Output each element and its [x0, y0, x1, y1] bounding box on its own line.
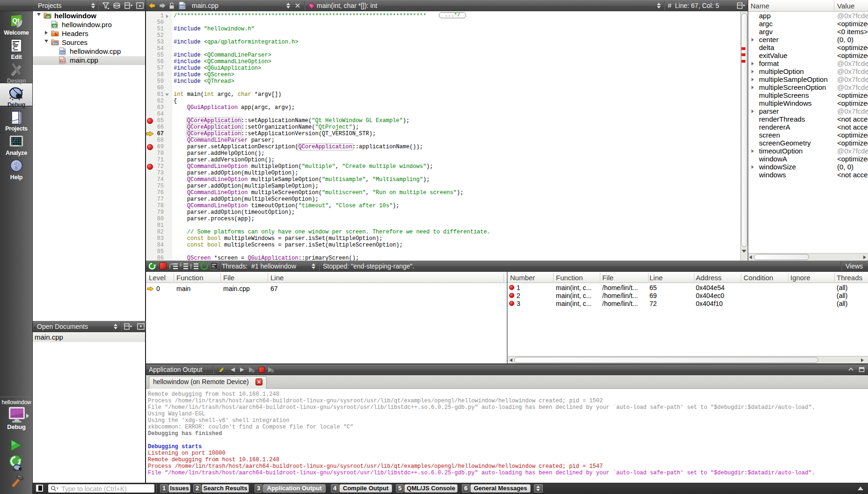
- svg-text:Qt: Qt: [53, 24, 57, 27]
- svg-text:?: ?: [14, 161, 19, 171]
- svg-text:C++: C++: [60, 51, 65, 54]
- svg-text:Qt: Qt: [46, 15, 50, 18]
- svg-text:C++: C++: [180, 5, 184, 8]
- svg-text:C++: C++: [53, 42, 58, 45]
- svg-text:h: h: [55, 32, 58, 37]
- svg-text:C++: C++: [60, 60, 65, 63]
